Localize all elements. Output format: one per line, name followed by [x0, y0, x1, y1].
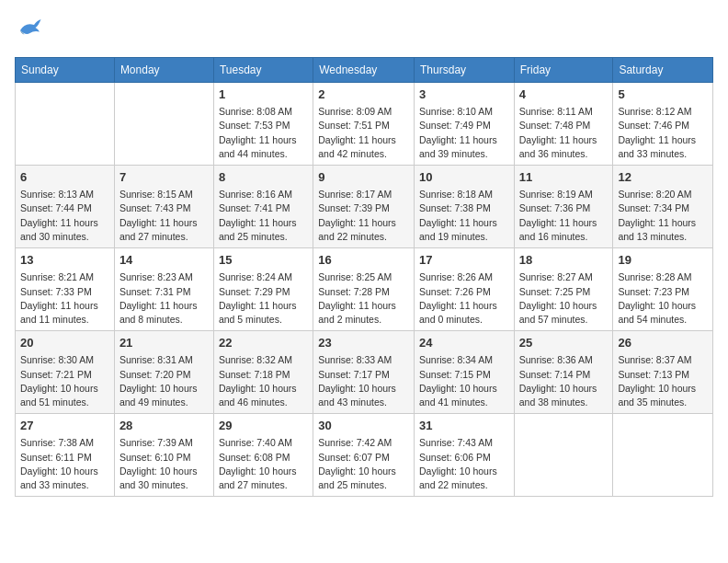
day-number: 12: [618, 169, 708, 186]
day-header-thursday: Thursday: [415, 58, 515, 83]
calendar-cell: 27Sunrise: 7:38 AM Sunset: 6:11 PM Dayli…: [16, 414, 115, 497]
day-number: 1: [219, 86, 308, 103]
day-info: Sunrise: 8:31 AM Sunset: 7:20 PM Dayligh…: [119, 353, 209, 409]
calendar-body: 1Sunrise: 8:08 AM Sunset: 7:53 PM Daylig…: [16, 83, 713, 497]
calendar-cell: 5Sunrise: 8:12 AM Sunset: 7:46 PM Daylig…: [613, 83, 713, 166]
calendar-cell: 19Sunrise: 8:28 AM Sunset: 7:23 PM Dayli…: [613, 248, 713, 331]
calendar-cell: 16Sunrise: 8:25 AM Sunset: 7:28 PM Dayli…: [313, 248, 415, 331]
calendar-cell: [16, 83, 115, 166]
day-info: Sunrise: 8:09 AM Sunset: 7:51 PM Dayligh…: [318, 105, 409, 161]
day-info: Sunrise: 8:10 AM Sunset: 7:49 PM Dayligh…: [419, 105, 509, 161]
calendar-week-2: 6Sunrise: 8:13 AM Sunset: 7:44 PM Daylig…: [16, 166, 713, 248]
calendar-week-3: 13Sunrise: 8:21 AM Sunset: 7:33 PM Dayli…: [16, 248, 713, 331]
day-number: 25: [519, 335, 609, 351]
day-info: Sunrise: 8:28 AM Sunset: 7:23 PM Dayligh…: [618, 270, 708, 327]
calendar-cell: [613, 414, 713, 497]
day-number: 14: [119, 252, 209, 269]
day-number: 26: [618, 335, 708, 351]
day-info: Sunrise: 7:43 AM Sunset: 6:06 PM Dayligh…: [419, 436, 509, 492]
day-info: Sunrise: 8:18 AM Sunset: 7:38 PM Dayligh…: [419, 188, 509, 244]
calendar-cell: 30Sunrise: 7:42 AM Sunset: 6:07 PM Dayli…: [313, 414, 415, 497]
day-header-friday: Friday: [514, 58, 613, 83]
day-header-tuesday: Tuesday: [213, 58, 313, 83]
day-number: 27: [20, 418, 109, 434]
calendar-cell: 25Sunrise: 8:36 AM Sunset: 7:14 PM Dayli…: [514, 331, 613, 414]
day-number: 13: [20, 252, 109, 269]
day-info: Sunrise: 8:15 AM Sunset: 7:43 PM Dayligh…: [119, 188, 209, 244]
day-info: Sunrise: 8:20 AM Sunset: 7:34 PM Dayligh…: [618, 188, 708, 244]
day-info: Sunrise: 8:30 AM Sunset: 7:21 PM Dayligh…: [20, 353, 109, 409]
day-number: 19: [618, 252, 708, 269]
day-info: Sunrise: 7:38 AM Sunset: 6:11 PM Dayligh…: [20, 436, 109, 492]
day-info: Sunrise: 8:36 AM Sunset: 7:14 PM Dayligh…: [519, 353, 609, 409]
day-number: 11: [519, 169, 609, 186]
day-info: Sunrise: 8:11 AM Sunset: 7:48 PM Dayligh…: [519, 105, 609, 161]
day-number: 16: [318, 252, 409, 269]
calendar-cell: 2Sunrise: 8:09 AM Sunset: 7:51 PM Daylig…: [313, 83, 415, 166]
calendar-cell: 20Sunrise: 8:30 AM Sunset: 7:21 PM Dayli…: [16, 331, 115, 414]
calendar-cell: 11Sunrise: 8:19 AM Sunset: 7:36 PM Dayli…: [514, 166, 613, 248]
day-number: 24: [419, 335, 509, 351]
calendar-cell: 28Sunrise: 7:39 AM Sunset: 6:10 PM Dayli…: [114, 414, 213, 497]
day-number: 23: [318, 335, 409, 351]
day-number: 7: [119, 169, 209, 186]
calendar-cell: 31Sunrise: 7:43 AM Sunset: 6:06 PM Dayli…: [415, 414, 515, 497]
calendar-cell: 6Sunrise: 8:13 AM Sunset: 7:44 PM Daylig…: [16, 166, 115, 248]
calendar-cell: 21Sunrise: 8:31 AM Sunset: 7:20 PM Dayli…: [114, 331, 213, 414]
calendar-cell: 10Sunrise: 8:18 AM Sunset: 7:38 PM Dayli…: [415, 166, 515, 248]
calendar-cell: 9Sunrise: 8:17 AM Sunset: 7:39 PM Daylig…: [313, 166, 415, 248]
day-info: Sunrise: 8:19 AM Sunset: 7:36 PM Dayligh…: [519, 188, 609, 244]
day-info: Sunrise: 8:33 AM Sunset: 7:17 PM Dayligh…: [318, 353, 409, 409]
day-number: 18: [519, 252, 609, 269]
calendar-cell: 8Sunrise: 8:16 AM Sunset: 7:41 PM Daylig…: [213, 166, 313, 248]
day-info: Sunrise: 8:23 AM Sunset: 7:31 PM Dayligh…: [119, 270, 209, 327]
calendar-cell: 29Sunrise: 7:40 AM Sunset: 6:08 PM Dayli…: [213, 414, 313, 497]
day-info: Sunrise: 8:24 AM Sunset: 7:29 PM Dayligh…: [219, 270, 308, 327]
day-info: Sunrise: 8:32 AM Sunset: 7:18 PM Dayligh…: [219, 353, 308, 409]
calendar-header: SundayMondayTuesdayWednesdayThursdayFrid…: [16, 58, 713, 83]
day-info: Sunrise: 8:13 AM Sunset: 7:44 PM Dayligh…: [20, 188, 109, 244]
calendar-cell: [114, 83, 213, 166]
day-number: 30: [318, 418, 409, 434]
day-info: Sunrise: 8:08 AM Sunset: 7:53 PM Dayligh…: [219, 105, 308, 161]
day-number: 2: [318, 86, 409, 103]
day-info: Sunrise: 7:42 AM Sunset: 6:07 PM Dayligh…: [318, 436, 409, 492]
calendar-cell: 1Sunrise: 8:08 AM Sunset: 7:53 PM Daylig…: [213, 83, 313, 166]
day-number: 22: [219, 335, 308, 351]
day-number: 28: [119, 418, 209, 434]
day-number: 3: [419, 86, 509, 103]
calendar-cell: 12Sunrise: 8:20 AM Sunset: 7:34 PM Dayli…: [613, 166, 713, 248]
day-info: Sunrise: 8:21 AM Sunset: 7:33 PM Dayligh…: [20, 270, 109, 327]
calendar-week-4: 20Sunrise: 8:30 AM Sunset: 7:21 PM Dayli…: [16, 331, 713, 414]
day-number: 10: [419, 169, 509, 186]
day-number: 8: [219, 169, 308, 186]
calendar-cell: 3Sunrise: 8:10 AM Sunset: 7:49 PM Daylig…: [415, 83, 515, 166]
day-number: 6: [20, 169, 109, 186]
day-info: Sunrise: 8:34 AM Sunset: 7:15 PM Dayligh…: [419, 353, 509, 409]
day-number: 21: [119, 335, 209, 351]
day-info: Sunrise: 7:39 AM Sunset: 6:10 PM Dayligh…: [119, 436, 209, 492]
day-info: Sunrise: 8:27 AM Sunset: 7:25 PM Dayligh…: [519, 270, 609, 327]
day-number: 31: [419, 418, 509, 434]
day-header-sunday: Sunday: [16, 58, 115, 83]
day-info: Sunrise: 8:17 AM Sunset: 7:39 PM Dayligh…: [318, 188, 409, 244]
day-info: Sunrise: 8:37 AM Sunset: 7:13 PM Dayligh…: [618, 353, 708, 409]
calendar-cell: 13Sunrise: 8:21 AM Sunset: 7:33 PM Dayli…: [16, 248, 115, 331]
day-info: Sunrise: 8:26 AM Sunset: 7:26 PM Dayligh…: [419, 270, 509, 327]
calendar-table: SundayMondayTuesdayWednesdayThursdayFrid…: [15, 57, 713, 497]
day-number: 29: [219, 418, 308, 434]
calendar-cell: 18Sunrise: 8:27 AM Sunset: 7:25 PM Dayli…: [514, 248, 613, 331]
calendar-cell: [514, 414, 613, 497]
day-number: 9: [318, 169, 409, 186]
day-info: Sunrise: 7:40 AM Sunset: 6:08 PM Dayligh…: [219, 436, 308, 492]
day-header-monday: Monday: [114, 58, 213, 83]
calendar-cell: 7Sunrise: 8:15 AM Sunset: 7:43 PM Daylig…: [114, 166, 213, 248]
logo: [15, 15, 46, 46]
day-number: 20: [20, 335, 109, 351]
day-number: 15: [219, 252, 308, 269]
day-header-wednesday: Wednesday: [313, 58, 415, 83]
calendar-cell: 17Sunrise: 8:26 AM Sunset: 7:26 PM Dayli…: [415, 248, 515, 331]
calendar-cell: 14Sunrise: 8:23 AM Sunset: 7:31 PM Dayli…: [114, 248, 213, 331]
day-info: Sunrise: 8:12 AM Sunset: 7:46 PM Dayligh…: [618, 105, 708, 161]
day-header-saturday: Saturday: [613, 58, 713, 83]
